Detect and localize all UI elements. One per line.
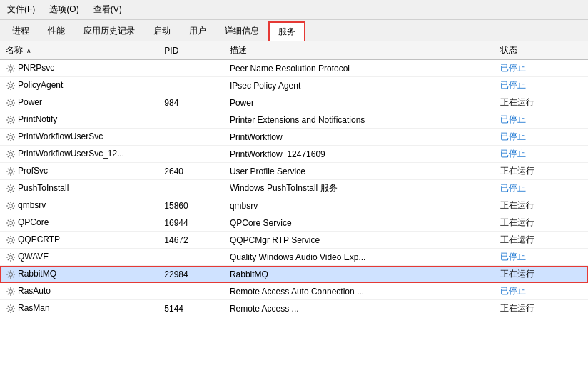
svg-line-26 bbox=[8, 105, 9, 106]
sort-asc-icon: ∧ bbox=[26, 47, 31, 54]
table-row[interactable]: RabbitMQ22984RabbitMQ正在运行 bbox=[0, 266, 588, 283]
svg-line-115 bbox=[13, 272, 14, 272]
svg-line-51 bbox=[13, 156, 14, 157]
cell-service-name: RasMan bbox=[0, 300, 158, 317]
table-row[interactable]: Power984Power正在运行 bbox=[0, 94, 588, 111]
svg-line-122 bbox=[8, 289, 9, 289]
services-table-container[interactable]: 名称 ∧ PID 描述 状态 bbox=[0, 41, 588, 368]
cell-description: Printer Extensions and Notifications bbox=[224, 111, 495, 129]
svg-point-0 bbox=[9, 66, 13, 70]
svg-point-45 bbox=[9, 152, 13, 156]
svg-line-24 bbox=[13, 105, 14, 106]
cell-service-name: qmbsrv bbox=[0, 197, 158, 214]
svg-point-81 bbox=[9, 221, 13, 224]
cell-description: Quality Windows Audio Video Exp... bbox=[224, 249, 495, 266]
service-name-text: RasAuto bbox=[18, 286, 51, 296]
svg-line-114 bbox=[13, 277, 14, 277]
svg-point-9 bbox=[9, 84, 13, 87]
cell-description: PrintWorkflow_12471609 bbox=[224, 146, 495, 163]
table-row[interactable]: PrintWorkflowUserSvcPrintWorkflow已停止 bbox=[0, 129, 588, 146]
cell-service-name: PrintNotify bbox=[0, 111, 158, 129]
table-row[interactable]: ProfSvc2640User Profile Service正在运行 bbox=[0, 163, 588, 180]
svg-line-23 bbox=[8, 100, 9, 101]
cell-pid bbox=[158, 249, 224, 266]
service-icon bbox=[6, 97, 18, 107]
svg-line-33 bbox=[13, 122, 14, 123]
svg-line-97 bbox=[13, 237, 14, 238]
service-icon bbox=[6, 200, 18, 210]
table-row[interactable]: RasAutoRemote Access Auto Connection ...… bbox=[0, 283, 588, 300]
cell-description: Remote Access Auto Connection ... bbox=[224, 283, 495, 300]
cell-pid: 16944 bbox=[158, 214, 224, 232]
service-name-text: qmbsrv bbox=[18, 200, 46, 210]
table-row[interactable]: QPCore16944QPCore Service正在运行 bbox=[0, 214, 588, 232]
svg-line-89 bbox=[8, 225, 9, 226]
menu-file[interactable]: 文件(F) bbox=[3, 2, 39, 17]
svg-line-53 bbox=[8, 156, 9, 157]
svg-line-77 bbox=[8, 203, 9, 204]
tab-process[interactable]: 进程 bbox=[3, 21, 39, 41]
cell-service-name: RabbitMQ bbox=[0, 266, 158, 283]
table-row[interactable]: RasMan5144Remote Access ...正在运行 bbox=[0, 300, 588, 317]
col-header-pid[interactable]: PID bbox=[158, 41, 224, 60]
col-header-name[interactable]: 名称 ∧ bbox=[0, 41, 158, 60]
table-row[interactable]: QQPCRTP14672QQPCMgr RTP Service正在运行 bbox=[0, 232, 588, 249]
menu-view[interactable]: 查看(V) bbox=[89, 2, 126, 17]
service-name-text: ProfSvc bbox=[18, 166, 48, 176]
svg-line-16 bbox=[13, 83, 14, 84]
svg-line-62 bbox=[8, 174, 9, 174]
cell-status: 已停止 bbox=[495, 249, 588, 266]
cell-status: 正在运行 bbox=[495, 300, 588, 317]
cell-pid bbox=[158, 283, 224, 300]
cell-status: 正在运行 bbox=[495, 94, 588, 111]
cell-service-name: PolicyAgent bbox=[0, 77, 158, 94]
svg-line-79 bbox=[13, 203, 14, 204]
cell-service-name: PushToInstall bbox=[0, 180, 158, 197]
service-name-text: PolicyAgent bbox=[18, 80, 63, 90]
table-row[interactable]: QWAVEQuality Windows Audio Video Exp...已… bbox=[0, 249, 588, 266]
svg-line-98 bbox=[8, 242, 9, 243]
cell-pid: 15860 bbox=[158, 197, 224, 214]
svg-line-132 bbox=[13, 311, 14, 312]
svg-line-71 bbox=[8, 191, 9, 192]
table-row[interactable]: PrintNotifyPrinter Extensions and Notifi… bbox=[0, 111, 588, 129]
service-name-text: QWAVE bbox=[18, 252, 49, 262]
cell-status: 已停止 bbox=[495, 60, 588, 77]
svg-line-70 bbox=[13, 186, 14, 187]
cell-pid bbox=[158, 60, 224, 77]
tab-startup[interactable]: 启动 bbox=[144, 21, 180, 41]
tab-details[interactable]: 详细信息 bbox=[216, 21, 268, 41]
tab-services[interactable]: 服务 bbox=[268, 21, 305, 41]
table-row[interactable]: PushToInstallWindows PushToInstall 服务已停止 bbox=[0, 180, 588, 197]
cell-pid: 5144 bbox=[158, 300, 224, 317]
tab-app-history[interactable]: 应用历史记录 bbox=[74, 21, 144, 41]
svg-point-108 bbox=[9, 272, 13, 276]
table-row[interactable]: PrintWorkflowUserSvc_12...PrintWorkflow_… bbox=[0, 146, 588, 163]
cell-service-name: QQPCRTP bbox=[0, 232, 158, 249]
menu-options[interactable]: 选项(O) bbox=[45, 2, 83, 17]
table-row[interactable]: PNRPsvcPeer Name Resolution Protocol已停止 bbox=[0, 60, 588, 77]
cell-status: 已停止 bbox=[495, 77, 588, 94]
service-icon bbox=[6, 80, 18, 90]
svg-line-69 bbox=[13, 191, 14, 192]
col-header-status[interactable]: 状态 bbox=[495, 41, 588, 60]
service-icon bbox=[6, 217, 18, 227]
cell-status: 已停止 bbox=[495, 146, 588, 163]
svg-line-60 bbox=[13, 174, 14, 174]
tab-performance[interactable]: 性能 bbox=[39, 21, 74, 41]
service-name-text: RabbitMQ bbox=[18, 269, 56, 279]
svg-line-105 bbox=[13, 259, 14, 260]
svg-line-41 bbox=[8, 134, 9, 135]
svg-line-17 bbox=[8, 88, 9, 89]
col-header-desc[interactable]: 描述 bbox=[224, 41, 495, 60]
service-name-text: PushToInstall bbox=[18, 183, 69, 193]
service-name-text: PrintWorkflowUserSvc_12... bbox=[18, 149, 124, 159]
table-row[interactable]: qmbsrv15860qmbsrv正在运行 bbox=[0, 197, 588, 214]
service-name-text: QQPCRTP bbox=[18, 234, 60, 244]
tab-users[interactable]: 用户 bbox=[180, 21, 216, 41]
svg-line-106 bbox=[13, 254, 14, 255]
table-row[interactable]: PolicyAgentIPsec Policy Agent已停止 bbox=[0, 77, 588, 94]
cell-service-name: PrintWorkflowUserSvc_12... bbox=[0, 146, 158, 163]
cell-description: Windows PushToInstall 服务 bbox=[224, 180, 495, 197]
service-icon bbox=[6, 131, 18, 141]
